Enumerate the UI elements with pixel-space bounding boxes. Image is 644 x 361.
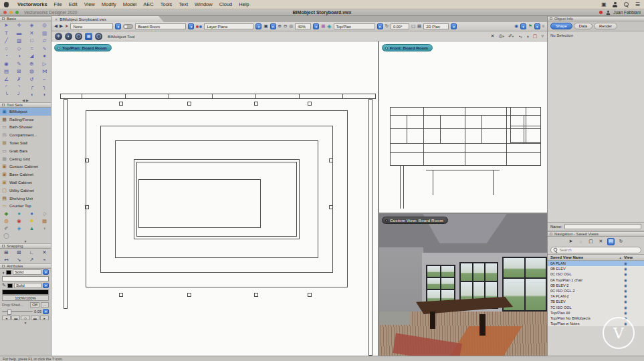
saved-view-row[interactable]: 0B ELEV◉ (548, 266, 644, 271)
next-view-button[interactable]: ▶ (60, 24, 63, 29)
view-visibility-icon[interactable]: ◉ (624, 294, 641, 298)
basic-tool-icon[interactable]: ○ (0, 45, 13, 53)
menu-file[interactable]: File (51, 1, 66, 7)
search-box[interactable] (550, 247, 641, 253)
render-mode-icon[interactable]: ◉ (514, 24, 518, 29)
tool-tips-icon[interactable]: ✕ (491, 33, 495, 39)
user-menu-icon[interactable] (613, 2, 618, 7)
snap-mode-icon[interactable]: ⊠ (13, 249, 25, 256)
basic-tool-icon[interactable]: ◈ (25, 21, 38, 29)
basic-tool-icon[interactable]: ╭ (25, 83, 38, 91)
tab-render[interactable]: Render (594, 23, 617, 29)
fill-style-value[interactable]: Solid (13, 269, 41, 275)
basic-tool-icon[interactable]: ⌐ (38, 76, 51, 84)
snap-mode-icon[interactable]: ↘ (13, 256, 25, 263)
fill-color-preview[interactable] (2, 276, 49, 281)
snapping-palette-header[interactable]: Snapping (0, 243, 51, 249)
basic-tool-icon[interactable]: ◔ (0, 52, 13, 60)
palette-close-button[interactable] (2, 104, 5, 106)
view-visibility-icon[interactable]: ◉ (624, 283, 641, 287)
pen-color-preview[interactable] (2, 289, 49, 295)
saved-view-row[interactable]: 0B ELEV-2◉ (548, 283, 644, 288)
more-options-icon[interactable]: ▿ (541, 33, 544, 39)
view-visibility-icon[interactable]: ◉ (624, 299, 641, 304)
fill-color-chip[interactable] (6, 270, 11, 275)
current-view-dropdown[interactable]: ▾ (377, 23, 383, 29)
saved-view-row[interactable]: 7C ISO OGL◉ (548, 305, 644, 310)
menu-view[interactable]: View (81, 1, 98, 7)
line-marker-2-button[interactable]: ▬ (31, 316, 39, 320)
activate-view-icon[interactable]: ➤ (567, 238, 574, 245)
render-mode-dropdown[interactable]: ▾ (520, 23, 526, 29)
attributes-palette-header[interactable]: Attributes (0, 263, 51, 269)
zoom-tool-icon[interactable]: ◎ (290, 24, 294, 29)
account-icon[interactable] (606, 10, 610, 14)
basic-tool-icon[interactable]: T (0, 29, 13, 37)
basic-tool-icon[interactable]: ▨ (13, 37, 25, 45)
basic-tool-icon[interactable]: ⊕ (25, 60, 38, 68)
active-layer-dropdown[interactable]: ▾ (188, 23, 194, 29)
column-view[interactable]: View (624, 255, 641, 259)
view-visibility-icon[interactable]: ◉ (624, 261, 641, 265)
basic-tool-icon[interactable]: ◖ (25, 91, 38, 99)
quick-look-eye-icon[interactable]: ◈ (327, 24, 331, 29)
single-view-pane-button[interactable]: ▢ (411, 24, 415, 29)
line-marker-start-button[interactable]: ◂ (2, 316, 11, 320)
toolset-item-bath-shower[interactable]: ▭Bath-Shower (0, 124, 51, 132)
basic-tool-icon[interactable]: ➤ (0, 21, 13, 29)
multi-view-pane-button[interactable]: ▤ (417, 24, 421, 29)
saved-view-row[interactable]: 7A PLAN-2◉ (548, 293, 644, 299)
refresh-views-icon[interactable]: ↻ (617, 238, 625, 245)
basic-tool-icon[interactable]: ≈ (25, 45, 38, 53)
active-class-dropdown[interactable]: ▾ (115, 23, 121, 29)
basic-tool-icon[interactable]: □ (25, 37, 38, 45)
toolset-tool-icon[interactable]: ◇ (38, 210, 51, 217)
line-weight-slider[interactable] (2, 311, 33, 312)
visibility-dropdown[interactable]: ▾ (270, 23, 276, 29)
object-info-header[interactable]: Object Info (548, 16, 644, 21)
toolset-tool-icon[interactable]: ◆ (0, 210, 13, 217)
basic-palette-header[interactable]: Basic (0, 16, 51, 21)
toolset-tool-icon[interactable]: ✐ (0, 225, 13, 232)
basic-tool-icon[interactable]: ∠ (0, 76, 13, 84)
basic-tool-icon[interactable]: ◢ (25, 52, 38, 60)
line-weight-dropdown[interactable]: ▾ (43, 309, 49, 314)
drop-shadow-settings-button[interactable]: ... (41, 302, 49, 308)
toolset-item-custom-cabinet[interactable]: ▣Custom Cabinet (0, 163, 51, 171)
toolset-tool-icon[interactable]: ◍ (0, 217, 13, 225)
projection-field[interactable]: 2D Plan (423, 23, 449, 29)
menu-edit[interactable]: Edit (66, 1, 81, 7)
basic-tool-icon[interactable]: ╮ (38, 83, 51, 91)
saved-views-icon[interactable]: ▤ (607, 238, 615, 245)
layer-visibility-goggles-icon[interactable] (196, 25, 202, 28)
toolset-item-counter-top[interactable]: ▭Counter Top (0, 203, 51, 211)
active-layer-field[interactable]: Board Room (135, 23, 186, 29)
fit-to-objects-icon[interactable]: ▣ (263, 24, 267, 29)
opacity-button[interactable]: 100%/100% (2, 295, 49, 301)
close-tab-icon[interactable]: ✕ (55, 17, 58, 21)
insertion-options-icon[interactable]: ▦ (85, 33, 92, 40)
toolset-tool-icon[interactable]: ◯ (0, 232, 13, 239)
fill-style-dropdown[interactable]: ▾ (43, 269, 49, 275)
basic-tool-icon[interactable]: ⋈ (38, 68, 51, 76)
opacity-options-icon[interactable]: ◔▾ (518, 34, 522, 39)
class-options-toggle[interactable] (123, 24, 133, 29)
toolset-tool-icon[interactable]: ● (25, 210, 38, 217)
basic-tool-icon[interactable]: ✕ (25, 29, 38, 37)
tool-sets-palette-header[interactable]: Tool Sets (0, 102, 51, 108)
snap-mode-icon[interactable]: ↤ (0, 256, 13, 263)
snap-mode-icon[interactable]: ✕ (38, 249, 51, 256)
toolset-item-utility-cabinet[interactable]: ▢Utility Cabinet (0, 187, 51, 195)
pen-color-chip[interactable] (7, 283, 13, 288)
clip-cube-icon[interactable]: ▢ (533, 33, 538, 39)
design-layer-nav-icon[interactable]: ▢ (587, 238, 595, 245)
view-visibility-icon[interactable]: ◉ (624, 267, 641, 271)
toolset-item-base-cabinet[interactable]: ▣Base Cabinet (0, 170, 51, 178)
saved-view-row[interactable]: Top/Plan No BIMobjects◉ (548, 316, 644, 321)
class-nav-icon[interactable]: ◌ (577, 238, 584, 245)
zoom-out-icon[interactable]: ⊖ (284, 24, 287, 29)
fill-bucket-icon[interactable]: ◗ (2, 270, 5, 275)
mode-option-2-icon[interactable]: ◐ (65, 33, 72, 40)
saved-view-row[interactable]: 0C ISO OGL-2◉ (548, 288, 644, 293)
toolset-tool-icon[interactable]: ◉ (13, 217, 25, 225)
